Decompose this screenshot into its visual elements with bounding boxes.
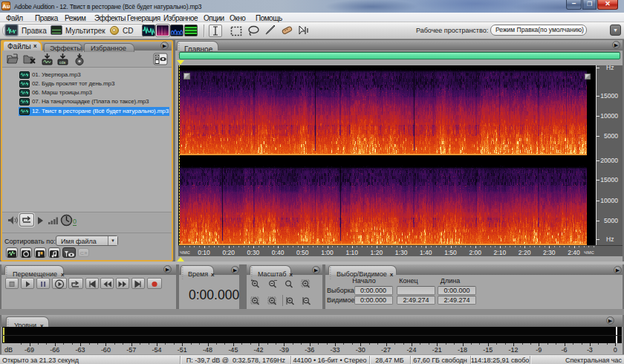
svg-text:cda: cda (59, 60, 65, 65)
